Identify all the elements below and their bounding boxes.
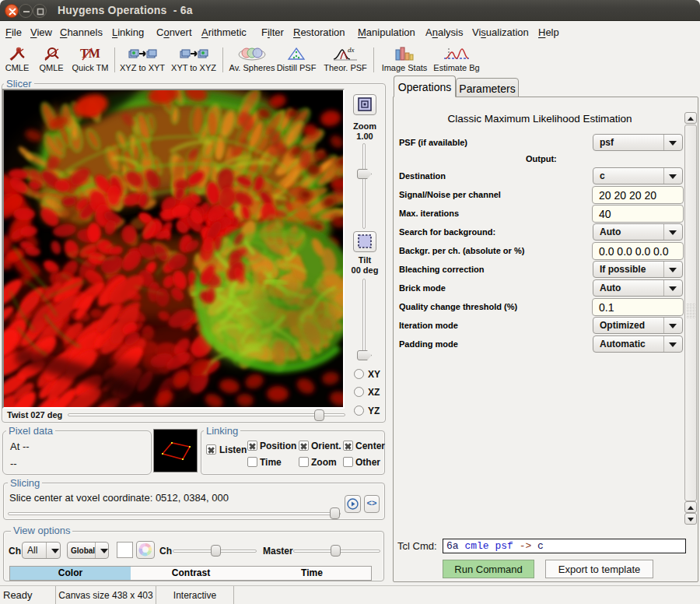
svg-text:TM: TM [80,47,100,60]
svg-text:dx: dx [348,46,355,54]
